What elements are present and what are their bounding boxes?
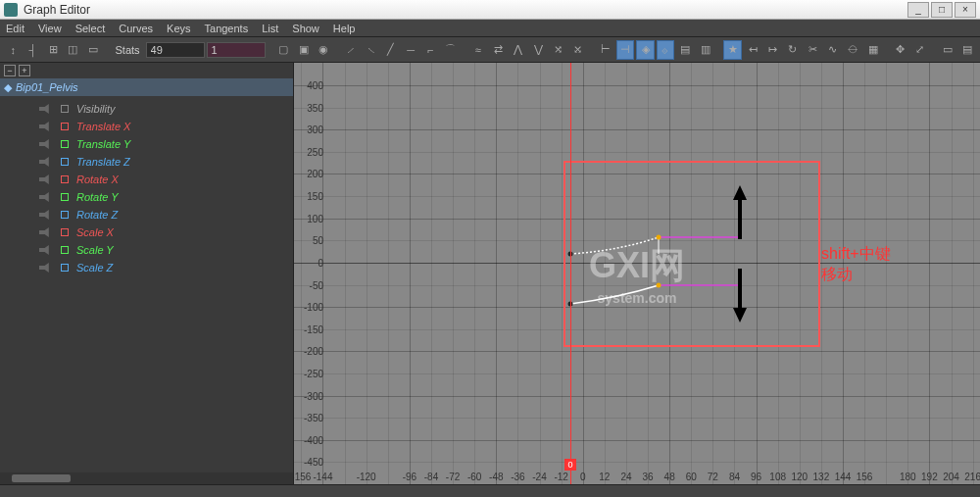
mute-icon[interactable] bbox=[39, 139, 53, 149]
mute-icon[interactable] bbox=[39, 122, 53, 131]
minimize-button[interactable]: _ bbox=[907, 2, 929, 18]
attr-row[interactable]: Rotate Z bbox=[0, 206, 293, 224]
menu-help[interactable]: Help bbox=[333, 23, 356, 34]
lattice-icon[interactable]: ⊞ bbox=[44, 40, 62, 60]
maximize-button[interactable]: □ bbox=[931, 2, 953, 18]
swap-buffer-icon[interactable]: ⇄ bbox=[489, 40, 507, 60]
x-tick-label: 60 bbox=[686, 472, 697, 482]
simplify-icon[interactable]: ⦵ bbox=[844, 40, 861, 60]
expand-icon[interactable]: + bbox=[19, 65, 30, 76]
free-tangent-icon[interactable]: ⤨ bbox=[549, 40, 566, 60]
graph-canvas[interactable]: GXI网 system.com shift+中键 移动 bbox=[294, 63, 980, 484]
menu-curves[interactable]: Curves bbox=[119, 23, 153, 34]
mute-icon[interactable] bbox=[39, 263, 53, 273]
menu-edit[interactable]: Edit bbox=[6, 23, 24, 34]
menu-keys[interactable]: Keys bbox=[167, 23, 190, 34]
attr-row[interactable]: Rotate X bbox=[0, 171, 293, 188]
mute-icon[interactable] bbox=[39, 174, 53, 184]
mute-icon[interactable] bbox=[39, 210, 53, 220]
move-tool-icon[interactable]: ✥ bbox=[891, 40, 908, 60]
x-tick-label: 72 bbox=[708, 472, 718, 482]
isolate-icon[interactable]: ◈ bbox=[636, 40, 654, 60]
menu-show[interactable]: Show bbox=[292, 23, 319, 34]
color-swatch bbox=[61, 140, 69, 148]
attr-row[interactable]: Scale Z bbox=[0, 259, 293, 276]
unify-tangent-icon[interactable]: ⋁ bbox=[529, 40, 547, 60]
open-editor-icon[interactable]: ▭ bbox=[938, 40, 956, 60]
menu-select[interactable]: Select bbox=[75, 23, 106, 34]
cut-icon[interactable]: ✂ bbox=[804, 40, 821, 60]
attr-row[interactable]: Translate X bbox=[0, 118, 293, 135]
cycle-icon[interactable]: ↻ bbox=[784, 40, 802, 60]
mute-icon[interactable] bbox=[39, 104, 53, 114]
tangent-plateau-icon[interactable]: ⌒ bbox=[442, 40, 460, 60]
mute-icon[interactable] bbox=[39, 192, 53, 202]
timeline-icon[interactable]: ▥ bbox=[697, 40, 714, 60]
x-tick-label: 120 bbox=[791, 472, 808, 482]
center-icon[interactable]: ◉ bbox=[315, 40, 332, 60]
mute-icon[interactable] bbox=[39, 227, 53, 237]
scale-tool-icon[interactable]: ⤢ bbox=[911, 40, 929, 60]
annotation-text: shift+中键 移动 bbox=[821, 244, 891, 285]
time-snap-icon[interactable]: ⊢ bbox=[597, 40, 614, 60]
dopesheet-icon[interactable]: ▤ bbox=[676, 40, 694, 60]
attr-row[interactable]: Scale X bbox=[0, 224, 293, 241]
time-cursor[interactable]: 0 bbox=[570, 63, 571, 484]
select-icon[interactable]: ▭ bbox=[84, 40, 102, 60]
stats-frame-input[interactable] bbox=[146, 42, 205, 58]
break-tangent-icon[interactable]: ⋀ bbox=[509, 40, 526, 60]
x-tick-label: 156 bbox=[857, 472, 873, 482]
menu-view[interactable]: View bbox=[38, 23, 62, 34]
region-icon[interactable]: ◫ bbox=[64, 40, 81, 60]
stats-value-input[interactable] bbox=[207, 42, 266, 58]
main-area: − + ◆ Bip01_Pelvis Visibility Translate … bbox=[0, 63, 980, 484]
outliner-panel: − + ◆ Bip01_Pelvis Visibility Translate … bbox=[0, 63, 294, 484]
menu-tangents[interactable]: Tangents bbox=[205, 23, 249, 34]
node-name: Bip01_Pelvis bbox=[16, 81, 78, 93]
frame-playback-icon[interactable]: ▣ bbox=[294, 40, 312, 60]
x-tick-label: 180 bbox=[900, 472, 916, 482]
x-tick-label: -12 bbox=[554, 472, 567, 482]
x-tick-label: -60 bbox=[467, 472, 481, 482]
buffer-curve-icon[interactable]: ≈ bbox=[469, 40, 487, 60]
tangent-linear-icon[interactable]: ╱ bbox=[382, 40, 400, 60]
y-tick-label: 50 bbox=[313, 235, 323, 246]
mute-icon[interactable] bbox=[39, 157, 53, 167]
close-button[interactable]: × bbox=[955, 2, 976, 18]
move-keys-icon[interactable]: ↕ bbox=[4, 40, 22, 60]
attr-label: Rotate Z bbox=[76, 209, 118, 221]
attr-row[interactable]: Scale Y bbox=[0, 241, 293, 259]
menu-list[interactable]: List bbox=[262, 23, 278, 34]
auto-tangent-icon[interactable]: ⟐ bbox=[657, 40, 674, 60]
attr-row[interactable]: Translate Y bbox=[0, 135, 293, 153]
y-tick-label: -50 bbox=[310, 279, 323, 290]
collapse-icon[interactable]: − bbox=[4, 65, 16, 76]
bookmark-icon[interactable]: ★ bbox=[723, 40, 741, 60]
attr-label: Scale Z bbox=[76, 262, 113, 273]
insert-keys-icon[interactable]: ┤ bbox=[24, 40, 41, 60]
attr-row[interactable]: Visibility bbox=[0, 100, 293, 118]
value-snap-icon[interactable]: ⊣ bbox=[616, 40, 634, 60]
y-tick-label: 400 bbox=[307, 80, 323, 91]
lock-tangent-icon[interactable]: ⤩ bbox=[569, 40, 587, 60]
tangent-flat-icon[interactable]: ─ bbox=[402, 40, 419, 60]
smooth-icon[interactable]: ∿ bbox=[823, 40, 841, 60]
x-tick-label: -48 bbox=[489, 472, 503, 482]
tangent-step-icon[interactable]: ⌐ bbox=[421, 40, 439, 60]
sidebar-scrollbar-h[interactable] bbox=[0, 472, 293, 484]
bottom-scrollbar[interactable] bbox=[0, 484, 980, 497]
post-infinity-icon[interactable]: ↦ bbox=[763, 40, 781, 60]
tangent-clamped-icon[interactable]: ⟍ bbox=[362, 40, 379, 60]
options-icon[interactable]: ▤ bbox=[958, 40, 976, 60]
bake-icon[interactable]: ▦ bbox=[863, 40, 881, 60]
pre-infinity-icon[interactable]: ↤ bbox=[744, 40, 761, 60]
attr-row[interactable]: Translate Z bbox=[0, 153, 293, 171]
y-tick-label: 250 bbox=[307, 146, 323, 157]
scroll-thumb[interactable] bbox=[12, 474, 71, 482]
tangent-spline-icon[interactable]: ⟋ bbox=[342, 40, 360, 60]
window-title: Graph Editor bbox=[24, 3, 907, 17]
frame-all-icon[interactable]: ▢ bbox=[274, 40, 292, 60]
mute-icon[interactable] bbox=[39, 245, 53, 255]
node-header[interactable]: ◆ Bip01_Pelvis bbox=[0, 78, 293, 96]
attr-row[interactable]: Rotate Y bbox=[0, 188, 293, 206]
